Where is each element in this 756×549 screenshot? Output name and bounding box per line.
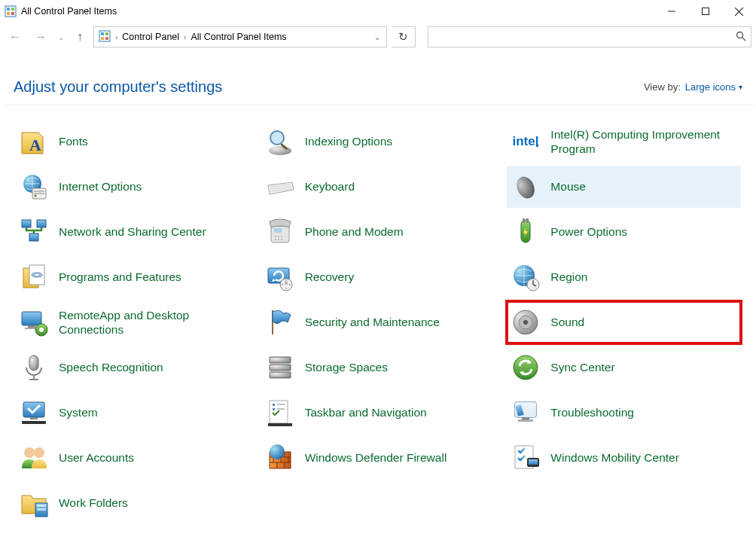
- svg-rect-1: [7, 8, 10, 11]
- cp-item-windows-defender-firewall[interactable]: Windows Defender Firewall: [261, 437, 495, 479]
- maximize-button[interactable]: [688, 0, 722, 23]
- cp-item-troubleshooting[interactable]: Troubleshooting: [507, 392, 741, 434]
- forward-button[interactable]: →: [30, 26, 51, 47]
- chevron-right-icon: ›: [184, 33, 186, 41]
- network-icon: [18, 216, 50, 248]
- cp-item-storage-spaces[interactable]: Storage Spaces: [261, 346, 495, 389]
- search-icon: [736, 31, 746, 44]
- cp-item-keyboard[interactable]: Keyboard: [261, 166, 495, 208]
- cp-item-user-accounts[interactable]: User Accounts: [15, 437, 249, 479]
- cp-item-region[interactable]: Region: [507, 256, 741, 298]
- page-header: Adjust your computer's settings View by:…: [0, 78, 756, 105]
- cp-item-label: Intel(R) Computing Improvement Program: [550, 127, 736, 157]
- cp-item-label: RemoteApp and Desktop Connections: [59, 308, 245, 337]
- app-icon: [5, 5, 17, 17]
- back-button[interactable]: ←: [5, 26, 26, 47]
- cp-item-speech-recognition[interactable]: Speech Recognition: [15, 346, 249, 389]
- cp-item-internet-options[interactable]: Internet Options: [15, 166, 249, 208]
- nav-bar: ← → ⌄ ↑ › Control Panel › All Control Pa…: [0, 23, 756, 51]
- cp-item-label: Recovery: [305, 270, 354, 284]
- title-bar: All Control Panel Items: [0, 0, 756, 23]
- cp-item-recovery[interactable]: Recovery: [261, 256, 495, 298]
- viewby-dropdown[interactable]: Large icons: [685, 81, 742, 93]
- cp-item-label: Region: [550, 270, 587, 284]
- svg-rect-10: [101, 32, 104, 35]
- address-icon: [99, 30, 111, 44]
- cp-item-label: Speech Recognition: [59, 360, 163, 374]
- cp-item-label: Taskbar and Navigation: [305, 405, 427, 419]
- cp-item-taskbar-and-navigation[interactable]: Taskbar and Navigation: [261, 392, 495, 434]
- mouse-icon: [510, 171, 541, 203]
- cp-item-sound[interactable]: Sound: [507, 301, 741, 343]
- cp-item-label: User Accounts: [59, 450, 134, 465]
- cp-item-indexing-options[interactable]: Indexing Options: [261, 120, 495, 163]
- search-box[interactable]: [428, 26, 751, 47]
- phone-icon: [264, 216, 296, 248]
- cp-item-windows-mobility-center[interactable]: Windows Mobility Center: [507, 437, 741, 479]
- power-icon: [510, 216, 541, 248]
- up-button[interactable]: ↑: [71, 28, 89, 46]
- cp-item-label: Troubleshooting: [550, 405, 634, 419]
- cp-item-label: Windows Mobility Center: [550, 450, 679, 465]
- svg-point-14: [737, 32, 743, 38]
- internet-icon: [18, 171, 50, 203]
- remoteapp-icon: [18, 307, 50, 338]
- cp-item-intel-r-computing-improvement-program[interactable]: Intel(R) Computing Improvement Program: [507, 120, 741, 163]
- cp-item-label: Internet Options: [59, 179, 142, 194]
- page-title: Adjust your computer's settings: [14, 78, 222, 96]
- cp-item-label: Storage Spaces: [305, 360, 388, 374]
- svg-line-15: [742, 37, 746, 41]
- cp-item-network-and-sharing-center[interactable]: Network and Sharing Center: [15, 211, 249, 253]
- cp-item-label: Phone and Modem: [305, 224, 404, 239]
- recovery-icon: [264, 261, 296, 293]
- cp-item-work-folders[interactable]: Work Folders: [15, 482, 249, 524]
- cp-item-system[interactable]: System: [15, 392, 249, 434]
- cp-item-label: Work Folders: [59, 496, 128, 510]
- cp-item-label: Mouse: [550, 179, 586, 194]
- cp-item-label: Power Options: [550, 224, 627, 239]
- svg-rect-3: [7, 12, 10, 15]
- fonts-icon: [18, 126, 50, 157]
- svg-rect-12: [101, 37, 104, 40]
- users-icon: [18, 442, 50, 474]
- cp-item-sync-center[interactable]: Sync Center: [507, 346, 741, 389]
- cp-item-label: Sound: [550, 315, 584, 329]
- svg-rect-13: [105, 37, 108, 40]
- cp-item-programs-and-features[interactable]: Programs and Features: [15, 256, 249, 298]
- region-icon: [510, 261, 541, 293]
- refresh-button[interactable]: ↻: [392, 26, 416, 47]
- cp-item-power-options[interactable]: Power Options: [507, 211, 741, 253]
- cp-item-fonts[interactable]: Fonts: [15, 120, 249, 163]
- programs-icon: [18, 261, 50, 293]
- storage-icon: [264, 352, 296, 383]
- svg-rect-11: [105, 32, 108, 35]
- cp-item-label: Network and Sharing Center: [59, 224, 206, 239]
- window-title: All Control Panel Items: [21, 6, 654, 17]
- cp-item-label: Programs and Features: [59, 270, 181, 284]
- chevron-right-icon: ›: [115, 33, 117, 41]
- breadcrumb-segment[interactable]: Control Panel: [122, 32, 179, 42]
- firewall-icon: [264, 442, 296, 474]
- viewby-label: View by:: [644, 81, 681, 93]
- taskbar-icon: [264, 397, 296, 429]
- address-bar[interactable]: › Control Panel › All Control Panel Item…: [93, 26, 387, 47]
- breadcrumb-segment[interactable]: All Control Panel Items: [191, 32, 286, 42]
- minimize-button[interactable]: [654, 0, 688, 23]
- cp-item-label: Keyboard: [305, 179, 355, 194]
- address-dropdown[interactable]: ⌄: [368, 33, 386, 41]
- search-input[interactable]: [433, 32, 736, 42]
- cp-item-mouse[interactable]: Mouse: [507, 166, 741, 208]
- security-icon: [264, 307, 296, 338]
- svg-rect-4: [11, 12, 14, 15]
- cp-item-remoteapp-and-desktop-connections[interactable]: RemoteApp and Desktop Connections: [15, 301, 249, 343]
- system-icon: [18, 397, 50, 429]
- svg-rect-6: [702, 8, 709, 15]
- items-grid: FontsIndexing OptionsIntel(R) Computing …: [0, 105, 756, 526]
- close-button[interactable]: [722, 0, 756, 23]
- cp-item-label: Fonts: [59, 134, 88, 148]
- sync-icon: [510, 352, 541, 383]
- cp-item-phone-and-modem[interactable]: Phone and Modem: [261, 211, 495, 253]
- nav-history-dropdown[interactable]: ⌄: [56, 33, 66, 41]
- cp-item-label: Windows Defender Firewall: [305, 450, 447, 465]
- cp-item-security-and-maintenance[interactable]: Security and Maintenance: [261, 301, 495, 343]
